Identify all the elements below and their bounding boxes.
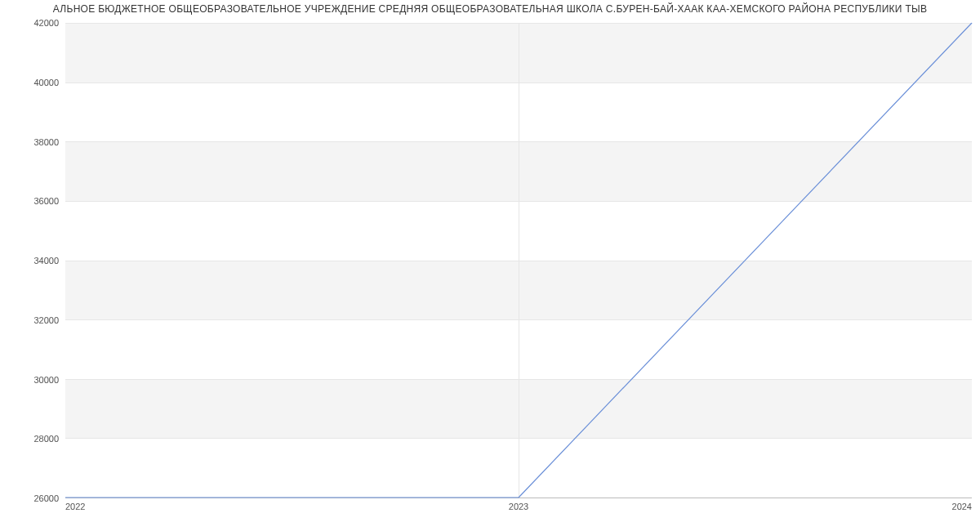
x-tick-label: 2023 <box>509 502 528 511</box>
y-tick-label: 38000 <box>10 137 59 147</box>
y-tick-label: 34000 <box>10 256 59 266</box>
x-tick-label: 2024 <box>952 502 972 511</box>
chart-title: АЛЬНОЕ БЮДЖЕТНОЕ ОБЩЕОБРАЗОВАТЕЛЬНОЕ УЧР… <box>0 3 980 15</box>
y-tick-label: 30000 <box>10 375 59 385</box>
line-series <box>65 23 972 498</box>
y-tick-label: 32000 <box>10 315 59 325</box>
y-tick-label: 28000 <box>10 434 59 444</box>
y-tick-label: 40000 <box>10 78 59 87</box>
x-tick-label: 2022 <box>65 502 85 511</box>
chart-container: АЛЬНОЕ БЮДЖЕТНОЕ ОБЩЕОБРАЗОВАТЕЛЬНОЕ УЧР… <box>0 0 980 531</box>
y-tick-label: 26000 <box>10 493 59 503</box>
plot-area <box>65 23 972 498</box>
y-tick-label: 36000 <box>10 196 59 206</box>
y-tick-label: 42000 <box>10 18 59 28</box>
